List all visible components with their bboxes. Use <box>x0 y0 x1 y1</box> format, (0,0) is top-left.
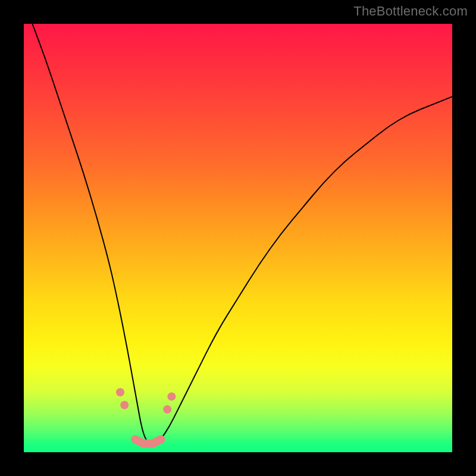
watermark-text: TheBottleneck.com <box>353 4 468 19</box>
marker-dot <box>163 405 171 414</box>
trough-segment <box>135 439 161 443</box>
bottleneck-curve-svg <box>24 24 452 452</box>
marker-dot <box>116 388 124 396</box>
bottleneck-curve <box>32 24 452 443</box>
marker-dot <box>120 401 129 409</box>
marker-dot <box>167 392 176 400</box>
trough-markers <box>116 388 176 443</box>
plot-area <box>24 24 452 452</box>
chart-frame: TheBottleneck.com <box>0 0 476 476</box>
